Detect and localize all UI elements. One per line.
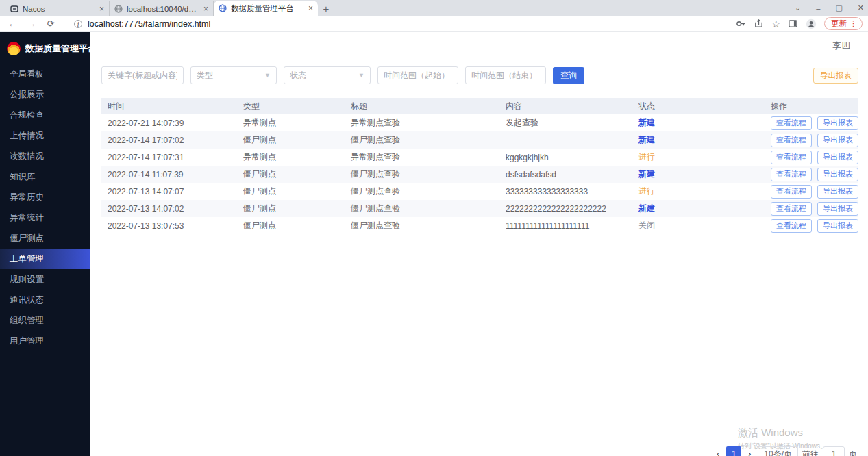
next-page-button[interactable]: › <box>745 449 754 456</box>
sidebar-item-8[interactable]: 僵尸测点 <box>0 228 90 249</box>
view-process-button[interactable]: 查看流程 <box>771 202 812 216</box>
browser-menu-icon[interactable]: ⋮ <box>850 19 857 28</box>
sidebar-item-4[interactable]: 读数情况 <box>0 146 90 166</box>
chevron-down-icon: ▼ <box>264 72 271 79</box>
tab-label: localhost:10040/demo/psjdbc <box>127 5 199 13</box>
back-button[interactable]: ← <box>5 18 19 29</box>
sidebar-item-label: 规则设置 <box>10 275 44 284</box>
table-row: 2022-07-14 17:07:02僵尸测点僵尸测点查验新建查看流程导出报表 <box>101 131 858 149</box>
cell-time: 2022-07-13 14:07:02 <box>101 204 237 214</box>
share-icon[interactable] <box>754 18 764 29</box>
view-process-button[interactable]: 查看流程 <box>771 116 812 130</box>
maximize-button[interactable]: ▢ <box>835 3 842 12</box>
app-logo-row: 数据质量管理平台 <box>0 32 90 64</box>
tab-label: Nacos <box>23 5 95 13</box>
filter-bar: 类型 ▼ 状态 ▼ 查询 导出报表 <box>90 60 868 84</box>
browser-tab-active[interactable]: 数据质量管理平台 × <box>214 1 318 16</box>
reload-button[interactable]: ⟳ <box>44 18 58 29</box>
export-row-button[interactable]: 导出报表 <box>817 116 858 130</box>
export-row-button[interactable]: 导出报表 <box>817 219 858 233</box>
export-row-button[interactable]: 导出报表 <box>817 151 858 164</box>
prev-page-button[interactable]: ‹ <box>714 449 722 456</box>
chrome-update-button[interactable]: 更新 ⋮ <box>824 17 863 30</box>
new-tab-button[interactable]: + <box>318 1 334 16</box>
address-bar[interactable]: localhost:7775/falarm/index.html <box>88 19 736 29</box>
page-size-select[interactable]: 10条/页 <box>758 446 798 456</box>
sidebar-item-9[interactable]: 工单管理 <box>0 249 90 269</box>
start-date-input[interactable] <box>377 66 458 84</box>
minimize-button[interactable]: – <box>816 4 820 12</box>
view-process-button[interactable]: 查看流程 <box>771 168 812 181</box>
browser-tab-localhost[interactable]: localhost:10040/demo/psjdbc × <box>110 1 214 16</box>
cell-title: 僵尸测点查验 <box>345 186 499 197</box>
export-row-button[interactable]: 导出报表 <box>817 202 858 216</box>
column-header-status: 状态 <box>632 101 765 112</box>
column-header-ops: 操作 <box>765 101 858 112</box>
type-select[interactable]: 类型 ▼ <box>190 66 277 84</box>
page-1-button[interactable]: 1 <box>726 446 741 456</box>
sidebar-item-label: 僵尸测点 <box>10 233 44 243</box>
browser-toolbar: ← → ⟳ i localhost:7775/falarm/index.html… <box>0 16 868 32</box>
export-row-button[interactable]: 导出报表 <box>817 168 858 181</box>
sidebar-item-10[interactable]: 规则设置 <box>0 269 90 290</box>
view-process-button[interactable]: 查看流程 <box>771 219 812 233</box>
export-row-button[interactable]: 导出报表 <box>817 134 858 147</box>
view-process-button[interactable]: 查看流程 <box>771 134 812 147</box>
sidebar-item-0[interactable]: 全局看板 <box>0 64 90 84</box>
table-row: 2022-07-14 17:07:31异常测点异常测点查验kggkgkjhjkh… <box>101 149 858 166</box>
cell-time: 2022-07-14 11:07:39 <box>101 170 237 179</box>
sidebar-item-11[interactable]: 通讯状态 <box>0 290 90 310</box>
sidebar-item-label: 上传情况 <box>10 131 44 140</box>
sidebar-item-7[interactable]: 异常统计 <box>0 207 90 228</box>
type-select-value: 类型 <box>197 70 213 81</box>
cell-time: 2022-07-14 17:07:02 <box>101 136 237 145</box>
top-header: 李四 <box>90 32 868 60</box>
sidebar-item-label: 异常统计 <box>10 213 44 223</box>
sidebar-item-label: 公报展示 <box>10 90 44 99</box>
export-row-button[interactable]: 导出报表 <box>817 185 858 199</box>
close-icon[interactable]: × <box>308 3 313 13</box>
export-report-button[interactable]: 导出报表 <box>813 68 858 84</box>
status-select-value: 状态 <box>290 70 306 81</box>
view-process-button[interactable]: 查看流程 <box>771 185 812 199</box>
jump-page-input[interactable] <box>823 446 845 456</box>
status-select[interactable]: 状态 ▼ <box>284 66 371 84</box>
sidebar-item-3[interactable]: 上传情况 <box>0 125 90 146</box>
cell-time: 2022-07-13 14:07:07 <box>101 187 237 197</box>
tab-search-icon[interactable]: ⌄ <box>795 3 801 12</box>
close-icon[interactable]: × <box>203 4 208 14</box>
globe-icon <box>114 5 123 13</box>
browser-tab-nacos[interactable]: Nacos × <box>5 1 110 16</box>
cell-time: 2022-07-13 13:07:53 <box>101 221 237 231</box>
jump-label-suffix: 页 <box>849 448 857 456</box>
sidebar-item-12[interactable]: 组织管理 <box>0 310 90 331</box>
table-row: 2022-07-21 14:07:39异常测点异常测点查验发起查验新建查看流程导… <box>101 114 858 131</box>
cell-title: 僵尸测点查验 <box>345 220 499 231</box>
tab-label: 数据质量管理平台 <box>231 3 304 14</box>
sidebar-item-1[interactable]: 公报展示 <box>0 84 90 105</box>
password-key-icon[interactable] <box>736 18 746 29</box>
chevron-down-icon: ▼ <box>358 72 364 79</box>
keyword-input[interactable] <box>101 66 184 84</box>
sidebar-item-6[interactable]: 异常历史 <box>0 187 90 207</box>
search-button[interactable]: 查询 <box>553 67 584 84</box>
close-window-button[interactable]: ✕ <box>858 3 864 12</box>
end-date-input[interactable] <box>465 66 546 84</box>
sidebar-item-13[interactable]: 用户管理 <box>0 331 90 351</box>
main-content: 李四 类型 ▼ 状态 ▼ 查询 导出报表 时间 类型 标题 内容 状态 <box>90 32 868 456</box>
view-process-button[interactable]: 查看流程 <box>771 151 812 164</box>
side-panel-icon[interactable] <box>788 18 798 29</box>
jump-label-prefix: 前往 <box>802 448 819 456</box>
window-controls: ⌄ – ▢ ✕ <box>795 0 864 16</box>
sidebar-item-2[interactable]: 合规检查 <box>0 105 90 125</box>
cell-content: 333333333333333333 <box>499 187 632 197</box>
profile-avatar-icon[interactable] <box>806 18 817 29</box>
table-row: 2022-07-14 11:07:39僵尸测点僵尸测点查验dsfsdafsdaf… <box>101 166 858 183</box>
site-info-icon[interactable]: i <box>74 20 82 28</box>
forward-button[interactable]: → <box>25 18 38 29</box>
close-icon[interactable]: × <box>99 4 104 14</box>
cell-title: 僵尸测点查验 <box>345 203 499 214</box>
user-name[interactable]: 李四 <box>832 40 850 52</box>
bookmark-star-icon[interactable]: ☆ <box>771 19 780 29</box>
sidebar-item-5[interactable]: 知识库 <box>0 166 90 187</box>
